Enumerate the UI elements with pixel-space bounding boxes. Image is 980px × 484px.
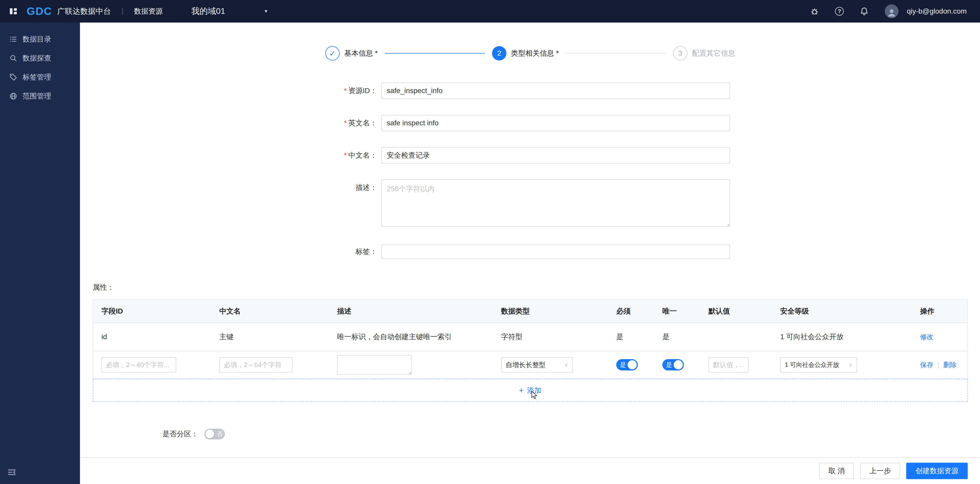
cell-description: 唯一标识，会自动创建主键唯一索引 [329, 332, 493, 342]
tag-icon [9, 73, 18, 81]
description-textarea[interactable] [381, 179, 730, 227]
description-mini-textarea[interactable] [337, 355, 412, 375]
delete-link[interactable]: 删除 [943, 361, 957, 369]
chevron-down-icon: ∨ [561, 362, 568, 368]
tag-label: 标签： [309, 244, 381, 259]
tag-input[interactable] [381, 244, 730, 259]
table-header-row: 字段ID 中文名 描述 数据类型 必须 唯一 默认值 安全等级 操作 [93, 300, 967, 323]
col-header-unique: 唯一 [654, 306, 700, 316]
sidebar-item-scope-management[interactable]: 范围管理 [0, 87, 80, 105]
default-value-input[interactable] [708, 357, 748, 372]
topbar: GDC 广联达数据中台 数据资源 我的域01 ▼ ? qiy-b@glodon.… [0, 0, 980, 22]
main-panel: ✓ 基本信息 * 2 类型相关信息 * 3 配置其它信息 [80, 22, 980, 484]
col-header-description: 描述 [329, 306, 493, 316]
required-star: * [344, 151, 347, 159]
required-star: * [344, 119, 347, 127]
magnifier-icon [9, 54, 18, 62]
security-level-select-value: 1 可向社会公众开放 [785, 361, 839, 369]
sidebar-item-label: 数据探查 [22, 53, 51, 63]
menu-fold-icon[interactable] [7, 468, 16, 477]
cell-required: 是 [608, 332, 654, 342]
col-header-cn-name: 中文名 [211, 306, 329, 316]
resource-form: *资源ID： *英文名： *中文名： 描述： [309, 83, 730, 259]
brand-name: 广联达数据中台 [57, 6, 111, 17]
user-avatar[interactable] [885, 4, 899, 18]
chinese-name-label: *中文名： [309, 147, 381, 164]
save-link[interactable]: 保存 [920, 361, 933, 369]
step-other-config[interactable]: 3 配置其它信息 [673, 46, 735, 61]
topbar-divider [122, 8, 123, 15]
english-name-label-text: 英文名： [348, 119, 377, 127]
cell-data-type: 字符型 [493, 332, 608, 342]
attributes-table: 字段ID 中文名 描述 数据类型 必须 唯一 默认值 安全等级 操作 id 主键… [93, 299, 968, 379]
required-star: * [344, 87, 347, 94]
step1-check-icon: ✓ [325, 46, 340, 61]
toggle-knob [205, 430, 214, 438]
resource-id-label-text: 资源ID： [348, 87, 377, 94]
form-row-resource-id: *资源ID： [309, 83, 730, 99]
data-type-select-value: 自增长长整型 [506, 361, 546, 369]
resource-id-label: *资源ID： [309, 83, 381, 99]
col-header-required: 必须 [608, 306, 654, 316]
create-resource-button[interactable]: 创建数据资源 [906, 463, 968, 479]
required-toggle-label: 是 [620, 361, 626, 369]
form-row-tag: 标签： [309, 244, 730, 259]
chinese-name-input[interactable] [381, 147, 730, 164]
field-id-input[interactable] [102, 357, 176, 372]
security-level-select[interactable]: 1 可向社会公众开放 ∨ [780, 357, 857, 372]
unique-toggle[interactable]: 是 [662, 359, 684, 371]
form-row-english-name: *英文名： [309, 115, 730, 131]
partition-row: 是否分区： 否 [162, 429, 980, 439]
table-row: id 主键 唯一标识，会自动创建主键唯一索引 字符型 是 是 1 可向社会公众开… [93, 323, 967, 351]
sidebar-item-tag-management[interactable]: 标签管理 [0, 68, 80, 87]
step2-circle: 2 [492, 46, 506, 61]
step-connector-todo [566, 53, 666, 54]
step-basic-info[interactable]: ✓ 基本信息 * [325, 46, 378, 61]
cell-field-id: id [93, 333, 211, 341]
sidebar-item-data-catalog[interactable]: 数据目录 [0, 30, 80, 49]
app-root: GDC 广联达数据中台 数据资源 我的域01 ▼ ? qiy-b@glodon.… [0, 0, 980, 484]
domain-select-value: 我的域01 [191, 6, 225, 17]
apps-grid-icon[interactable] [0, 0, 27, 22]
step-type-info[interactable]: 2 类型相关信息 * [492, 46, 559, 61]
add-field-button[interactable]: + 添加 [93, 379, 968, 402]
partition-toggle[interactable]: 否 [204, 429, 225, 439]
english-name-input[interactable] [381, 115, 730, 131]
english-name-label: *英文名： [309, 115, 381, 131]
steps-bar: ✓ 基本信息 * 2 类型相关信息 * 3 配置其它信息 [325, 46, 735, 61]
previous-step-button[interactable]: 上一步 [860, 463, 900, 479]
step3-label: 配置其它信息 [692, 48, 735, 58]
content: ✓ 基本信息 * 2 类型相关信息 * 3 配置其它信息 [80, 22, 980, 457]
col-header-security: 安全等级 [772, 306, 912, 316]
cn-name-input[interactable] [219, 357, 293, 372]
col-header-default: 默认值 [700, 306, 772, 316]
cell-cn-name: 主键 [211, 332, 329, 342]
description-label: 描述： [309, 179, 381, 196]
user-email[interactable]: qiy-b@glodon.com [907, 7, 967, 15]
chevron-down-icon: ∨ [846, 362, 853, 368]
globe-icon [9, 92, 18, 100]
nav-data-resource[interactable]: 数据资源 [134, 6, 163, 16]
bug-icon[interactable] [810, 6, 820, 16]
sidebar-item-data-explore[interactable]: 数据探查 [0, 49, 80, 68]
required-toggle[interactable]: 是 [616, 359, 638, 371]
data-type-select[interactable]: 自增长长整型 ∨ [501, 357, 573, 372]
col-header-action: 操作 [912, 306, 967, 316]
sidebar-item-label: 数据目录 [22, 34, 51, 44]
resource-id-input[interactable] [381, 83, 730, 99]
domain-select[interactable]: 我的域01 ▼ [191, 6, 268, 17]
form-row-description: 描述： [309, 179, 730, 228]
unique-toggle-label: 是 [666, 361, 672, 369]
help-glyph: ? [838, 8, 841, 14]
action-divider: | [937, 361, 939, 369]
col-header-field-id: 字段ID [93, 306, 211, 316]
table-edit-row: 自增长长整型 ∨ 是 是 [93, 351, 967, 379]
caret-down-icon: ▼ [264, 9, 269, 14]
step3-circle: 3 [673, 46, 687, 61]
bell-icon[interactable] [859, 6, 869, 16]
plus-icon: + [519, 386, 523, 395]
footer-bar: 取 消 上一步 创建数据资源 [80, 457, 980, 484]
help-icon[interactable]: ? [835, 7, 844, 16]
cancel-button[interactable]: 取 消 [819, 463, 854, 479]
edit-link[interactable]: 修改 [920, 332, 933, 342]
